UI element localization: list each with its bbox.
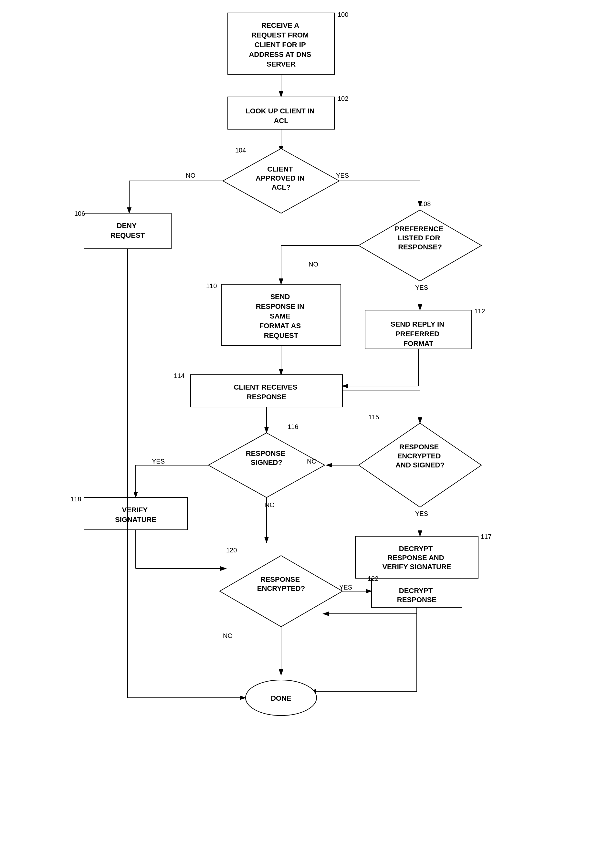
node-116-ref: 116: [288, 423, 298, 430]
diagram-container: RECEIVE A REQUEST FROM CLIENT FOR IP ADD…: [0, 0, 609, 868]
node-118-ref: 118: [70, 496, 81, 503]
yes-label-115: YES: [415, 510, 428, 517]
no-label-108: NO: [308, 261, 318, 268]
node-114-ref: 114: [174, 372, 184, 379]
node-106-ref: 106: [74, 210, 85, 217]
node-108-text: PREFERENCE LISTED FOR RESPONSE?: [395, 225, 445, 251]
no-label-115: NO: [307, 458, 317, 465]
node-122-ref: 122: [368, 575, 378, 582]
yes-label-108: YES: [415, 284, 428, 291]
node-108-ref: 108: [420, 200, 431, 208]
node-120-ref: 120: [226, 547, 237, 554]
yes-label-116: YES: [152, 458, 165, 465]
node-done-text: DONE: [271, 694, 291, 702]
no-label-104: NO: [186, 172, 195, 179]
yes-label-104: YES: [336, 172, 349, 179]
node-110-ref: 110: [206, 282, 217, 290]
node-115-text: RESPONSE ENCRYPTED AND SIGNED?: [395, 443, 445, 469]
node-112-ref: 112: [474, 307, 485, 315]
yes-label-120: YES: [339, 584, 352, 591]
no-label-120: NO: [223, 632, 232, 639]
node-102-ref: 102: [338, 95, 348, 102]
node-104-ref: 104: [235, 147, 246, 154]
node-117-ref: 117: [481, 533, 491, 540]
node-100-ref: 100: [338, 11, 348, 18]
node-115-ref: 115: [368, 414, 379, 421]
